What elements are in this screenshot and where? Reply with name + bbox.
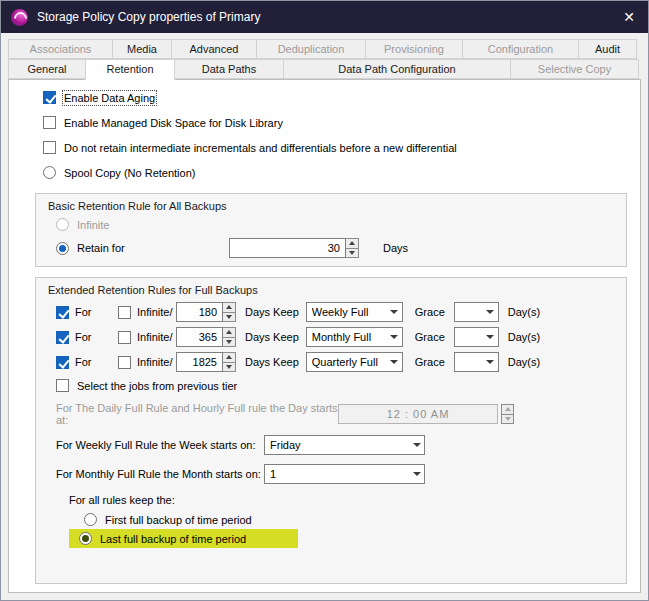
storage-policy-dialog: Storage Policy Copy properties of Primar… [0,0,649,601]
weekly-start-select[interactable]: Friday [264,435,425,455]
rule-3-for-checkbox[interactable] [56,356,69,369]
first-full-label: First full backup of time period [105,514,252,526]
chevron-down-icon [409,436,424,454]
managed-disk-checkbox[interactable] [43,116,56,129]
tab-configuration[interactable]: Configuration [462,39,579,59]
rule-3-days-spinner[interactable] [223,352,236,372]
retention-tab-panel: Enable Data Aging Enable Managed Disk Sp… [8,79,641,593]
spool-copy-radio[interactable] [43,166,56,179]
rule-3-infinite-label: Infinite/ [137,356,172,368]
rule-1-infinite-checkbox[interactable] [118,306,131,319]
chevron-down-icon [483,328,498,346]
rule-2-days-input[interactable] [176,327,223,347]
rule-1-period-select[interactable]: Weekly Full [306,302,403,322]
retain-days-unit: Days [383,242,408,254]
retain-for-row: Retain for Days [56,238,614,258]
tab-data-path-configuration[interactable]: Data Path Configuration [283,59,511,79]
rule-3-days-keep-label: Days Keep [245,356,299,368]
last-full-label: Last full backup of time period [100,533,246,545]
rule-2-grace-label: Grace [415,331,445,343]
rule-2-period-select[interactable]: Monthly Full [306,327,403,347]
no-intermediate-label: Do not retain intermediate incrementals … [64,142,457,154]
day-start-time-spinner[interactable] [501,404,514,424]
chevron-down-icon [387,353,402,371]
basic-retention-group: Basic Retention Rule for All Backups Inf… [35,193,627,267]
tab-bar-row-2: General Retention Data Paths Data Path C… [1,59,648,79]
weekly-rule-row: For Weekly Full Rule the Week starts on:… [56,435,614,455]
monthly-rule-row: For Monthly Full Rule the Month starts o… [56,464,614,484]
select-jobs-label: Select the jobs from previous tier [77,380,237,392]
rule-1-for-checkbox[interactable] [56,306,69,319]
spool-copy-label: Spool Copy (No Retention) [64,167,195,179]
retain-for-radio[interactable] [56,242,69,255]
rule-3-period-select[interactable]: Quarterly Full [306,352,403,372]
tab-retention[interactable]: Retention [85,59,175,80]
rule-2-unit-label: Day(s) [508,331,540,343]
rule-3-for-label: For [75,356,92,368]
app-icon [11,9,28,26]
chevron-down-icon [409,465,424,483]
tab-audit[interactable]: Audit [578,39,637,59]
enable-data-aging-checkbox[interactable] [43,91,56,104]
rule-3-unit-label: Day(s) [508,356,540,368]
rule-3-grace-select[interactable] [454,352,499,372]
rule-3-days-input[interactable] [176,352,223,372]
chevron-down-icon [483,353,498,371]
rule-2-grace-select[interactable] [454,327,499,347]
enable-data-aging-row: Enable Data Aging [43,91,627,104]
last-full-radio[interactable] [79,532,92,545]
rule-1-days-keep-label: Days Keep [245,306,299,318]
daily-rule-row: For The Daily Full Rule and Hourly Full … [56,402,614,426]
infinite-radio[interactable] [56,218,69,231]
tab-advanced[interactable]: Advanced [171,39,257,59]
rule-1-grace-label: Grace [415,306,445,318]
rule-2-infinite-checkbox[interactable] [118,331,131,344]
monthly-start-select[interactable]: 1 [264,464,425,484]
rule-1-grace-select[interactable] [454,302,499,322]
tab-associations[interactable]: Associations [8,39,113,59]
managed-disk-label: Enable Managed Disk Space for Disk Libra… [64,117,283,129]
rule-1-infinite-label: Infinite/ [137,306,172,318]
rule-2-days-spinner[interactable] [223,327,236,347]
retain-days-spinner[interactable] [346,238,359,258]
first-full-radio[interactable] [84,513,97,526]
last-full-row-highlighted: Last full backup of time period [69,529,298,548]
rule-2-infinite-label: Infinite/ [137,331,172,343]
keep-rules-heading: For all rules keep the: [69,494,614,506]
rule-1-days-input[interactable] [176,302,223,322]
tab-provisioning[interactable]: Provisioning [365,39,463,59]
no-intermediate-row: Do not retain intermediate incrementals … [43,141,627,154]
tab-bar-row-1: Associations Media Advanced Deduplicatio… [1,39,648,59]
rule-3-infinite-checkbox[interactable] [118,356,131,369]
extended-retention-group: Extended Retention Rules for Full Backup… [35,277,627,584]
day-start-time-input[interactable]: 12 : 00 AM [338,404,498,424]
rule-2-for-checkbox[interactable] [56,331,69,344]
rule-1-days-spinner[interactable] [223,302,236,322]
select-jobs-checkbox[interactable] [56,379,69,392]
tab-general[interactable]: General [8,59,86,79]
window-title: Storage Policy Copy properties of Primar… [37,10,260,24]
rule-1-for-label: For [75,306,92,318]
monthly-rule-label: For Monthly Full Rule the Month starts o… [56,468,264,480]
chevron-down-icon [387,303,402,321]
select-jobs-row: Select the jobs from previous tier [56,379,614,392]
retain-for-label: Retain for [77,242,125,254]
tab-deduplication[interactable]: Deduplication [256,39,366,59]
infinite-row: Infinite [56,218,614,231]
title-bar: Storage Policy Copy properties of Primar… [1,1,648,33]
spool-copy-row: Spool Copy (No Retention) [43,166,627,179]
retain-days-input[interactable] [229,238,346,258]
tab-media[interactable]: Media [112,39,172,59]
extended-retention-group-title: Extended Retention Rules for Full Backup… [48,284,614,296]
chevron-down-icon [483,303,498,321]
rule-1-unit-label: Day(s) [508,306,540,318]
extended-rule-row-1: For Infinite/ Days Keep Weekly Full Grac… [56,302,614,322]
tab-data-paths[interactable]: Data Paths [174,59,284,79]
rule-3-grace-label: Grace [415,356,445,368]
tab-selective-copy[interactable]: Selective Copy [510,59,639,79]
first-full-row: First full backup of time period [84,513,614,526]
weekly-rule-label: For Weekly Full Rule the Week starts on: [56,439,264,451]
rule-2-days-keep-label: Days Keep [245,331,299,343]
no-intermediate-checkbox[interactable] [43,141,56,154]
close-icon[interactable]: ✕ [614,1,644,33]
